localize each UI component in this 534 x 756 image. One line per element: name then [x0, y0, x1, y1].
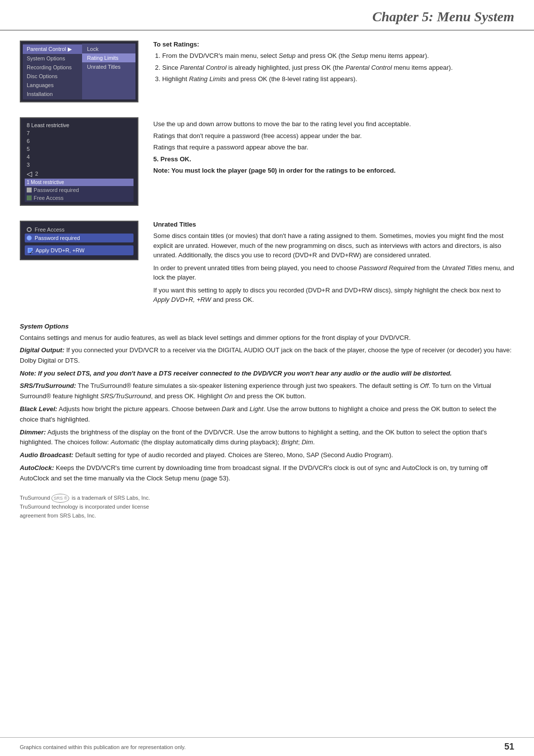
unrated-body-1: Some discs contain titles (or movies) th…: [153, 231, 514, 260]
step-4-text: Use the up and down arrow buttons to mov…: [153, 119, 514, 129]
sidebar-recording-options: Recording Options: [23, 63, 82, 72]
param-autoclock: AutoClock: Keeps the DVD/VCR's time curr…: [20, 463, 514, 484]
rating-6: 6: [25, 137, 134, 145]
main-content: Parental Control ▶ System Options Record…: [0, 41, 534, 520]
audio-broadcast-label: Audio Broadcast:: [20, 451, 73, 459]
trademark-line-3: agreement from SRS Labs, Inc.: [20, 512, 514, 520]
password-required-label: Password required: [35, 235, 80, 241]
rating-instructions-2: Use the up and down arrow buttons to mov…: [153, 117, 514, 175]
rating-4: 4: [25, 153, 134, 161]
rating-password-required: Password required: [25, 186, 134, 194]
step-2: Since Parental Control is already highli…: [162, 63, 514, 73]
page-footer: Graphics contained within this publicati…: [0, 737, 534, 756]
section-ratings-setup: Parental Control ▶ System Options Record…: [20, 41, 514, 102]
system-options-intro: Contains settings and menus for audio fe…: [20, 333, 514, 343]
section-unrated-titles: Free Access Password required ✓ Apply DV…: [20, 221, 514, 308]
param-black-level: Black Level: Adjusts how bright the pict…: [20, 404, 514, 425]
step-1: From the DVD/VCR's main menu, select Set…: [162, 51, 514, 61]
submenu-lock: Lock: [82, 45, 135, 53]
submenu-unrated-titles: Unrated Titles: [82, 62, 135, 71]
rating-2: ◁ 2: [25, 169, 134, 179]
arrow-icon: ◁: [27, 170, 32, 178]
param-dts-note: Note: If you select DTS, and you don't h…: [20, 369, 514, 379]
menu-submenu: Lock Rating Limits Unrated Titles: [82, 44, 135, 99]
option-password-required: Password required: [25, 234, 134, 242]
system-options-heading: System Options: [20, 323, 514, 330]
submenu-rating-limits: Rating Limits: [82, 53, 135, 62]
rating-note: Note: You must lock the player (page 50)…: [153, 166, 514, 176]
sub1-text: Ratings that don't require a password (f…: [153, 131, 514, 141]
sidebar-disc-options: Disc Options: [23, 72, 82, 81]
ratings-steps: From the DVD/VCR's main menu, select Set…: [162, 51, 514, 84]
srs-logo: SRS ®: [51, 494, 69, 503]
dimmer-label: Dimmer:: [20, 428, 46, 436]
sidebar-parental-control: Parental Control ▶: [23, 45, 82, 54]
free-access-label: Free Access: [35, 227, 65, 233]
sidebar-languages: Languages: [23, 81, 82, 90]
unrated-titles-text: Unrated Titles Some discs contain titles…: [153, 221, 514, 308]
trademark-line-2: TruSurround technology is incorporated u…: [20, 503, 514, 512]
rating-bar-screenshot: 8 Least restrictive 7 6 5 4 3 ◁ 2 1 Most…: [20, 117, 138, 206]
menu-table: Parental Control ▶ System Options Record…: [23, 44, 135, 99]
chapter-title: Chapter 5: Menu System: [20, 9, 514, 25]
checkbox-apply-dvd-icon: ✓: [28, 248, 33, 253]
rating-7: 7: [25, 129, 134, 137]
radio-password-icon: [27, 236, 32, 240]
bar-indicator-2: [27, 195, 32, 200]
sidebar-system-options: System Options: [23, 54, 82, 63]
rating-8: 8 Least restrictive: [25, 121, 134, 129]
page-header: Chapter 5: Menu System: [0, 0, 534, 31]
rating-3: 3: [25, 161, 134, 169]
option-free-access: Free Access: [25, 226, 134, 234]
sidebar-installation: Installation: [23, 90, 82, 98]
footer-center-text: Graphics contained within this publicati…: [20, 744, 185, 750]
param-audio-broadcast: Audio Broadcast: Default setting for typ…: [20, 450, 514, 461]
unrated-body-2: In order to prevent unrated titles from …: [153, 263, 514, 283]
bar-indicator: [27, 188, 32, 192]
ratings-instructions: To set Ratings: From the DVD/VCR's main …: [153, 41, 514, 88]
rating-free-access: Free Access: [25, 194, 134, 202]
apply-dvd-label: Apply DVD+R, +RW: [36, 247, 85, 253]
section-rating-bar: 8 Least restrictive 7 6 5 4 3 ◁ 2 1 Most…: [20, 117, 514, 206]
unrated-body-3: If you want this setting to apply to dis…: [153, 285, 514, 305]
trademark-line-1: TruSurround SRS ® is a trademark of SRS …: [20, 494, 514, 503]
rating-levels-list: 8 Least restrictive 7 6 5 4 3 ◁ 2 1 Most…: [25, 121, 134, 202]
sub2-text: Ratings that require a password appear a…: [153, 142, 514, 152]
unrated-titles-screenshot: Free Access Password required ✓ Apply DV…: [20, 221, 138, 260]
digital-output-label: Digital Output:: [20, 346, 64, 354]
rating-1-most-restrictive: 1 Most restrictive: [25, 179, 134, 186]
menu-screenshot-1: Parental Control ▶ System Options Record…: [20, 41, 138, 102]
rating-5: 5: [25, 145, 134, 153]
unrated-titles-heading: Unrated Titles: [153, 221, 514, 228]
apply-dvd-row: ✓ Apply DVD+R, +RW: [25, 245, 134, 255]
param-digital-output: Digital Output: If you connected your DV…: [20, 345, 514, 366]
srs-label: SRS/TruSurround:: [20, 382, 76, 389]
radio-free-access-icon: [27, 227, 32, 232]
black-level-label: Black Level:: [20, 405, 57, 413]
menu-sidebar: Parental Control ▶ System Options Record…: [23, 44, 82, 99]
param-dimmer: Dimmer: Adjusts the brightness of the di…: [20, 427, 514, 448]
param-srs: SRS/TruSurround: The TruSurround® featur…: [20, 381, 514, 402]
step-5: 5. Press OK.: [153, 155, 514, 163]
step-3: Highlight Rating Limits and press OK (th…: [162, 74, 514, 84]
ratings-title: To set Ratings:: [153, 41, 514, 48]
trademark-section: TruSurround SRS ® is a trademark of SRS …: [20, 494, 514, 520]
page-number: 51: [504, 742, 514, 752]
system-options-section: System Options Contains settings and men…: [20, 323, 514, 520]
autoclock-label: AutoClock:: [20, 464, 54, 472]
